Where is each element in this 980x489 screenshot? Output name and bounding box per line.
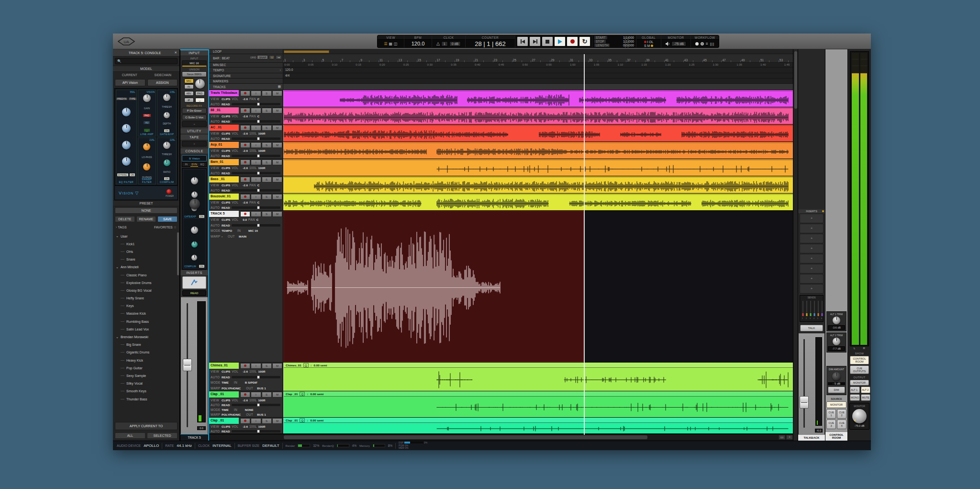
m-button[interactable]: M [272, 91, 282, 96]
track-name[interactable]: 88 _01 [209, 107, 239, 114]
s-button[interactable]: S [262, 142, 272, 148]
monitor-db-value[interactable]: -75 dB [671, 41, 686, 46]
eq-hf-knob[interactable] [122, 108, 131, 116]
pan-slider[interactable] [232, 137, 280, 140]
in-value[interactable]: NONE [245, 408, 254, 411]
clip-area[interactable]: Clap _01Q↕0.00 semi [283, 418, 793, 433]
snap-button[interactable]: SNAP [257, 55, 268, 59]
record-arm-button[interactable] [240, 108, 250, 114]
gate-thresh-knob[interactable] [163, 94, 170, 101]
workflow-edit-icon[interactable] [701, 42, 704, 45]
track-name[interactable]: Clap _01 [209, 391, 239, 398]
filter-button[interactable]: ◡ [195, 98, 205, 102]
clip-area[interactable] [283, 125, 793, 141]
track-name[interactable]: Barn_01 [209, 159, 239, 165]
strip-comp-ratio-knob[interactable] [191, 241, 198, 248]
predyn-button[interactable]: PREDYN [116, 98, 127, 100]
tree-item[interactable]: Satin Lead Vox [116, 325, 179, 333]
tape-add-button[interactable]: + [182, 141, 207, 147]
clip-area[interactable]: Clap _01Q↕0.00 semi [283, 391, 793, 417]
pan-slider-handle[interactable] [257, 137, 260, 140]
monitor-level-knob[interactable] [852, 409, 867, 423]
clip-area[interactable] [283, 159, 793, 176]
i-button[interactable]: I [251, 91, 261, 96]
m-button[interactable]: M [272, 211, 282, 217]
tree-group[interactable]: ⌄Brendan Morawski [116, 333, 179, 341]
m-button[interactable]: M [272, 418, 282, 424]
tracks-row-label[interactable]: TRACKS [213, 85, 225, 89]
view-value[interactable]: CLIPS [222, 132, 230, 135]
monitor-level-value[interactable]: -75.0 dB [850, 424, 869, 427]
mute-button[interactable]: MUTE [861, 394, 870, 401]
talkback-fader[interactable] [800, 396, 809, 409]
output-monitor-button[interactable]: MONITOR [850, 380, 869, 386]
vol-value[interactable]: -2.6 [243, 370, 248, 373]
global-record-indicator[interactable] [644, 41, 646, 43]
m-button[interactable]: M [272, 125, 282, 131]
tree-item[interactable]: Snare [116, 256, 179, 263]
console-tab-in[interactable]: IN [182, 162, 190, 167]
pan-slider[interactable] [232, 206, 280, 209]
s-button[interactable]: S [262, 91, 272, 96]
m-button[interactable]: M [272, 177, 282, 182]
vol-value[interactable]: -2.6 [243, 114, 248, 118]
track-name[interactable]: Bouzouki_01 [209, 193, 239, 200]
auto-value[interactable]: READ [222, 189, 230, 192]
pad-button[interactable]: PAD [195, 91, 205, 96]
alt1-button[interactable]: ALT 1 [850, 387, 860, 393]
pad-button[interactable]: PAD [143, 114, 151, 117]
pan-slider-handle[interactable] [257, 154, 260, 158]
pan-slider-handle[interactable] [257, 224, 260, 227]
preset-dropdown[interactable]: NONE [115, 207, 178, 214]
eq-hmf-knob[interactable] [122, 124, 131, 133]
record-arm-button[interactable] [240, 211, 250, 217]
mode-value[interactable]: TIME [222, 381, 229, 384]
clock-value[interactable]: INTERNAL [212, 444, 232, 448]
hipass-knob[interactable] [143, 163, 150, 171]
pan-slider-handle[interactable] [257, 430, 260, 433]
alt2-trim-value[interactable]: -7.7 dB [828, 346, 845, 351]
vol-value[interactable]: -2.6 [243, 201, 248, 204]
audio-clip[interactable] [283, 176, 793, 193]
input-gain-knob[interactable] [195, 79, 205, 89]
strip-gate-on[interactable]: ON [199, 215, 205, 218]
m-button[interactable]: M [272, 363, 282, 369]
pan-value[interactable]: C [257, 183, 259, 187]
pan-slider[interactable] [232, 155, 280, 157]
s-button[interactable]: S [262, 194, 272, 200]
clip-header[interactable]: Clap _01Q↕0.00 semi [284, 418, 793, 423]
phantom-48v-button[interactable]: 48V [184, 91, 194, 96]
audio-clip[interactable] [283, 107, 793, 124]
comp-thresh-knob[interactable] [163, 142, 170, 149]
record-arm-button[interactable] [240, 125, 250, 131]
global-solo-indicator[interactable]: S [644, 44, 646, 47]
clip-area[interactable] [283, 107, 793, 124]
view-columns-icon[interactable]: ▦ [389, 42, 393, 46]
pan-slider[interactable] [232, 172, 280, 174]
signature-ruler[interactable]: 4/4 [283, 73, 793, 78]
tree-item[interactable]: Pop Guitar [116, 364, 179, 372]
close-icon[interactable]: ✕ [174, 51, 177, 55]
i-button[interactable]: I [251, 211, 261, 217]
metronome-icon[interactable]: △ [436, 41, 440, 46]
clip-semitones[interactable]: 0.00 semi [310, 392, 323, 396]
vertical-scrollbar[interactable] [793, 49, 798, 441]
show-control-room-button[interactable]: CONTROL ROOM [850, 356, 869, 364]
loop-region[interactable] [284, 50, 329, 53]
auto-value[interactable]: READ [222, 171, 230, 175]
markers-row-label[interactable]: MARKERS [209, 79, 283, 83]
pan-value[interactable]: C [256, 218, 258, 221]
record-arm-button[interactable] [240, 142, 250, 148]
view-value[interactable]: CLIPS [222, 370, 230, 373]
line-in-button[interactable]: IN [184, 84, 194, 89]
pan-slider[interactable] [232, 404, 280, 406]
volume-fader[interactable] [183, 359, 192, 371]
s-button[interactable]: S [262, 211, 272, 217]
send-insert-slot[interactable]: + [800, 244, 824, 253]
i-button[interactable]: I [251, 194, 261, 200]
delete-preset-button[interactable]: DELETE [115, 216, 135, 222]
track-name[interactable]: TRACK 5 [209, 211, 239, 217]
i-button[interactable]: I [251, 418, 261, 424]
pan-value[interactable]: 100R [258, 398, 266, 402]
pan-slider[interactable] [232, 224, 280, 227]
